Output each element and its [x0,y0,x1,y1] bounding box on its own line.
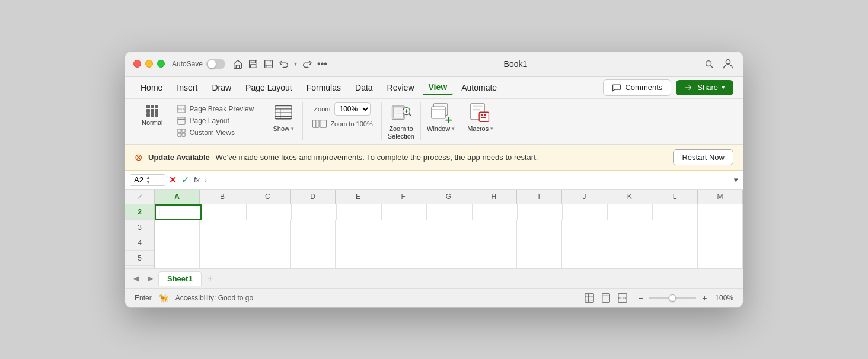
cell-M5[interactable] [698,252,743,268]
menu-item-home[interactable]: Home [135,81,168,95]
window-icon-area[interactable] [429,102,453,124]
cell-J4[interactable] [562,236,607,252]
menu-item-data[interactable]: Data [349,81,379,95]
cell-E3[interactable] [336,220,381,236]
cell-K3[interactable] [607,220,652,236]
cell-D4[interactable] [291,236,336,252]
cell-A2[interactable]: | [155,204,202,220]
cell-K2[interactable] [608,204,653,220]
formula-cancel-btn[interactable]: ✕ [169,174,177,185]
formula-fx-btn[interactable]: fx [194,175,200,184]
cell-M4[interactable] [698,236,743,252]
menu-item-formulas[interactable]: Formulas [301,81,347,95]
cell-E5[interactable] [336,252,381,268]
zoom-to-selection-icon[interactable] [390,102,411,124]
formula-chevron-btn[interactable]: › [205,177,207,184]
col-header-G[interactable]: G [426,190,471,204]
menu-item-automate[interactable]: Automate [455,81,503,95]
share-button[interactable]: Share ▾ [676,80,733,95]
macros-dropdown[interactable]: ▾ [490,126,493,132]
cell-L4[interactable] [652,236,697,252]
cell-D5[interactable] [291,252,336,268]
cell-E4[interactable] [336,236,381,252]
cell-D2[interactable] [292,204,337,220]
cell-I2[interactable] [518,204,563,220]
undo-icon[interactable] [279,58,289,69]
col-header-C[interactable]: C [245,190,291,204]
comments-button[interactable]: Comments [603,79,671,96]
zoom-plus-btn[interactable]: + [698,292,710,304]
autosave-toggle[interactable]: AutoSave [172,59,225,69]
col-header-L[interactable]: L [652,190,697,204]
page-layout-btn[interactable]: Page Layout [175,116,256,126]
cell-B2[interactable] [202,204,247,220]
cell-C4[interactable] [245,236,291,252]
row-number-2[interactable]: 2 [125,204,154,220]
update-close-icon[interactable]: ⊗ [135,152,142,163]
minimize-button[interactable] [145,60,153,68]
cell-K4[interactable] [607,236,652,252]
undo-chevron[interactable]: ▾ [294,60,297,67]
tab-nav-next[interactable]: ▶ [144,273,156,284]
cell-B3[interactable] [200,220,245,236]
menu-item-insert[interactable]: Insert [171,81,203,95]
cell-J5[interactable] [562,252,607,268]
cell-G3[interactable] [426,220,471,236]
autosave-switch[interactable] [206,59,225,69]
cell-H2[interactable] [473,204,518,220]
cell-H3[interactable] [471,220,516,236]
macros-icon-area[interactable] [468,102,492,124]
more-icon[interactable]: ••• [317,59,327,69]
normal-view-icon[interactable] [146,105,158,117]
show-dropdown[interactable]: ▾ [291,126,294,132]
menu-item-draw[interactable]: Draw [206,81,237,95]
cell-J2[interactable] [563,204,608,220]
cell-G5[interactable] [426,252,471,268]
cell-E2[interactable] [337,204,382,220]
zoom-minus-btn[interactable]: − [634,292,646,304]
cell-F5[interactable] [381,252,426,268]
cell-L5[interactable] [652,252,697,268]
cell-ref-arrows[interactable]: ▲ ▼ [146,175,151,185]
window-dropdown[interactable]: ▾ [452,126,455,132]
row-number-4[interactable]: 4 [125,235,154,251]
cell-B4[interactable] [200,236,245,252]
cell-M3[interactable] [698,220,743,236]
zoom-slider-thumb[interactable] [669,294,676,302]
formula-input[interactable] [210,175,730,184]
col-header-D[interactable]: D [291,190,336,204]
col-header-M[interactable]: M [698,190,743,204]
close-button[interactable] [133,60,141,68]
search-icon[interactable] [704,58,714,69]
page-break-preview-btn[interactable]: Page Break Preview [175,104,256,114]
tab-nav-prev[interactable]: ◀ [130,273,142,284]
menu-item-view[interactable]: View [423,80,454,95]
zoom-select[interactable]: 100% 75% 50% 150% 200% [334,102,371,116]
row-number-5[interactable]: 5 [125,251,154,266]
restart-now-button[interactable]: Restart Now [673,149,733,165]
show-btn[interactable] [270,102,296,124]
cell-M2[interactable] [698,204,743,220]
cell-L2[interactable] [653,204,698,220]
cell-F2[interactable] [382,204,427,220]
normal-view-label[interactable]: Normal [142,119,162,126]
row-number-3[interactable]: 3 [125,220,154,235]
user-icon[interactable] [722,57,735,70]
page-break-status-btn[interactable] [615,291,630,305]
cell-ref-box[interactable]: A2 ▲ ▼ [130,174,165,186]
cell-C3[interactable] [245,220,291,236]
cell-I5[interactable] [517,252,562,268]
sheet-tab-add[interactable]: + [204,272,217,285]
cell-L3[interactable] [652,220,697,236]
col-header-E[interactable]: E [336,190,381,204]
cell-F4[interactable] [381,236,426,252]
corner-cell[interactable] [125,190,155,204]
zoom-100-btn[interactable]: Zoom to 100% [309,118,375,130]
cell-D3[interactable] [291,220,336,236]
cell-B5[interactable] [200,252,245,268]
col-header-B[interactable]: B [200,190,245,204]
menu-item-review[interactable]: Review [381,81,420,95]
menu-item-page-layout[interactable]: Page Layout [240,81,298,95]
col-header-J[interactable]: J [562,190,607,204]
cell-C5[interactable] [245,252,291,268]
